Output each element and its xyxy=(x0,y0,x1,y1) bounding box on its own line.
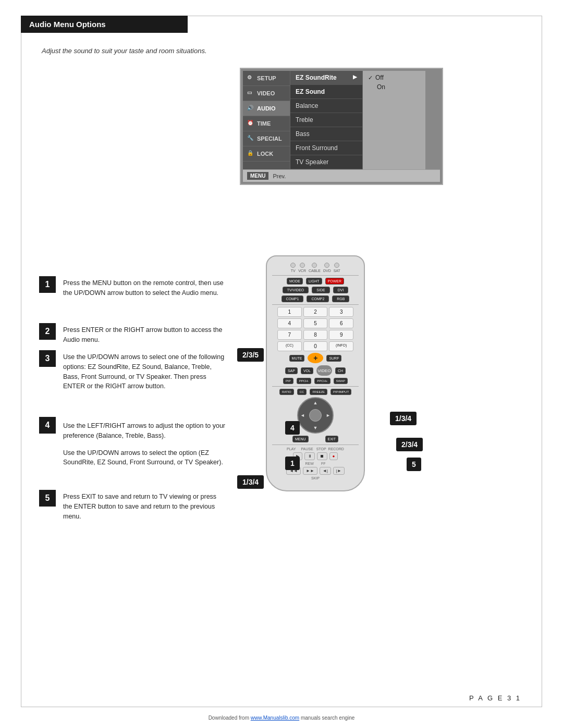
pause-btn[interactable]: ⏸ xyxy=(304,452,315,460)
num-9[interactable]: 9 xyxy=(329,330,353,340)
step-2: 2 Press ENTER or the RIGHT arrow button … xyxy=(39,323,227,345)
menu-left-panel: ⚙ SETUP ▭ VIDEO 🔊 AUDIO ⏰ TIME 🔧 SPECIAL… xyxy=(243,71,290,169)
callout-134-top: 1/3/4 xyxy=(390,412,417,425)
step-number-4: 4 xyxy=(39,417,56,434)
check-icon: ✓ xyxy=(368,75,373,81)
step-3: 3 Use the UP/DOWN arrows to select one o… xyxy=(39,350,227,391)
footer-link[interactable]: www.Manualslib.com xyxy=(251,715,299,721)
callout-235: 2/3/5 xyxy=(237,348,264,362)
step-text-5: Press EXIT to save and return to TV view… xyxy=(63,490,227,521)
num-1[interactable]: 1 xyxy=(277,307,302,317)
freeze-btn[interactable]: FREEZE xyxy=(310,389,327,395)
step-text-4a: Use the LEFT/RIGHT arrows to adjust the … xyxy=(63,419,227,441)
num-5[interactable]: 5 xyxy=(303,318,328,328)
step-5: 5 Press EXIT to save and return to TV vi… xyxy=(39,490,227,521)
power-btn[interactable]: POWER xyxy=(325,278,344,285)
ppch-minus-btn[interactable]: PPCH- xyxy=(297,378,312,384)
nav-left[interactable]: ◄ xyxy=(300,413,305,418)
subtitle: Adjust the sound to suit your taste and … xyxy=(42,47,207,55)
remote-control: TV VCR CABLE DVD SAT MODE LIGHT POWER TV… xyxy=(266,255,365,491)
swap-btn[interactable]: SWAP xyxy=(334,378,348,384)
num-6[interactable]: 6 xyxy=(329,318,353,328)
vcr-dot[interactable] xyxy=(300,263,305,268)
time-label: TIME xyxy=(257,120,271,127)
menu-value-off: ✓ Off xyxy=(368,74,420,81)
step-text-4b: Use the UP/DOWN arrows to select the opt… xyxy=(63,446,227,468)
tv-icon: ▭ xyxy=(247,90,254,97)
menu-option-treble[interactable]: Treble xyxy=(290,113,362,127)
menu-option-balance[interactable]: Balance xyxy=(290,99,362,113)
nav-enter[interactable] xyxy=(309,409,322,422)
callout-234: 2/3/4 xyxy=(396,438,423,451)
step-text-1: Press the MENU button on the remote cont… xyxy=(63,276,227,298)
rgb-btn[interactable]: RGB xyxy=(332,295,349,302)
step-text-2: Press ENTER or the RIGHT arrow button to… xyxy=(63,323,227,345)
record-btn[interactable]: ● xyxy=(329,452,338,460)
sat-dot[interactable] xyxy=(334,263,339,268)
menu-option-bass[interactable]: Bass xyxy=(290,127,362,141)
prev-track-btn[interactable]: ◄| xyxy=(320,467,331,475)
num-cc[interactable]: (CC) xyxy=(277,341,302,351)
tvvideo-btn[interactable]: TV/VIDEO xyxy=(283,287,309,293)
setup-label: SETUP xyxy=(257,75,276,81)
num-7[interactable]: 7 xyxy=(277,330,302,340)
audio-label: AUDIO xyxy=(257,105,275,112)
menu-item-audio[interactable]: 🔊 AUDIO xyxy=(243,101,290,116)
exit-btn[interactable]: EXIT xyxy=(325,436,339,442)
menu-option-ezsound[interactable]: EZ Sound xyxy=(290,85,362,99)
menu-option-frontsurround[interactable]: Front Surround xyxy=(290,141,362,155)
menu-button-label: MENU xyxy=(247,172,268,180)
nav-down[interactable]: ▼ xyxy=(313,425,318,430)
ff-btn[interactable]: ►► xyxy=(303,467,317,475)
ratio-btn[interactable]: RATIO xyxy=(279,389,294,395)
menu-option-tvspeaker[interactable]: TV Speaker xyxy=(290,155,362,169)
next-track-btn[interactable]: |► xyxy=(333,467,345,475)
num-8[interactable]: 8 xyxy=(303,330,328,340)
lock-icon: 🔒 xyxy=(247,150,254,157)
num-2[interactable]: 2 xyxy=(303,307,328,317)
side-btn[interactable]: SIDE xyxy=(312,287,329,293)
comp1-btn[interactable]: COMP1 xyxy=(282,295,304,302)
tv-dot[interactable] xyxy=(290,263,296,268)
sap-btn[interactable]: SAP xyxy=(285,367,298,374)
nav-right[interactable]: ► xyxy=(326,413,331,418)
mute-btn[interactable]: MUTE xyxy=(289,355,305,362)
num-0[interactable]: 0 xyxy=(303,341,328,351)
skip-label: SKIP xyxy=(272,476,359,480)
step-number-3: 3 xyxy=(39,350,56,367)
surf-btn[interactable]: SURF xyxy=(326,355,341,362)
cc-btn[interactable]: CC xyxy=(297,389,307,395)
num-3[interactable]: 3 xyxy=(329,307,353,317)
menu-btn[interactable]: MENU xyxy=(292,436,309,442)
menu-item-special[interactable]: 🔧 SPECIAL xyxy=(243,131,290,146)
nav-ring: ▲ ▼ ◄ ► xyxy=(297,397,334,434)
num-info[interactable]: (INFO) xyxy=(329,341,353,351)
menu-item-time[interactable]: ⏰ TIME xyxy=(243,116,290,131)
step-text-3: Use the UP/DOWN arrows to select one of … xyxy=(63,350,227,391)
ch-btn[interactable]: CH xyxy=(335,367,346,374)
menu-item-video[interactable]: ▭ VIDEO xyxy=(243,86,290,101)
stop-btn[interactable]: ⏹ xyxy=(317,452,327,460)
menu-item-lock[interactable]: 🔒 LOCK xyxy=(243,146,290,162)
footer: Downloaded from www.Manualslib.com manua… xyxy=(209,715,355,721)
pip-input-btn[interactable]: PIP/IMPUT xyxy=(331,389,351,395)
menu-option-ezsoundrite[interactable]: EZ SoundRite ▶ xyxy=(290,71,362,85)
video-label: VIDEO xyxy=(257,90,275,96)
menu-item-setup[interactable]: ⚙ SETUP xyxy=(243,71,290,86)
dvd-dot[interactable] xyxy=(324,263,329,268)
comp2-btn[interactable]: COMP2 xyxy=(307,295,329,302)
ppch-plus-btn[interactable]: PPCH+ xyxy=(314,378,330,384)
cable-dot[interactable] xyxy=(312,263,317,268)
nav-up[interactable]: ▲ xyxy=(313,400,318,405)
callout-5: 5 xyxy=(407,458,421,471)
vol-btn[interactable]: VOL xyxy=(301,367,313,374)
header-bar: Audio Menu Options xyxy=(21,16,188,33)
mode-btn[interactable]: MODE xyxy=(287,278,303,285)
pip-btn[interactable]: PIP xyxy=(283,378,293,384)
dvi-btn[interactable]: DVI xyxy=(333,287,349,293)
menu-right-panel: ✓ Off On xyxy=(363,71,425,169)
step-number-2: 2 xyxy=(39,323,56,340)
light-btn[interactable]: LIGHT xyxy=(306,278,322,285)
num-4[interactable]: 4 xyxy=(277,318,302,328)
wrench-icon: 🔧 xyxy=(247,135,254,142)
